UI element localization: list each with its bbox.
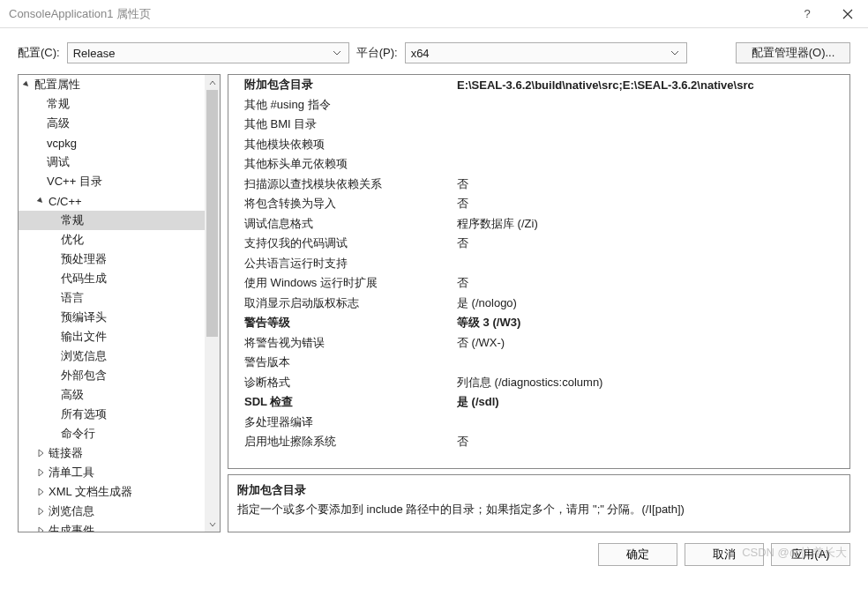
tree-item[interactable]: 调试 [19, 153, 205, 172]
property-row[interactable]: 多处理器编译 [228, 413, 849, 433]
tree-item[interactable]: 命令行 [19, 424, 205, 443]
property-value: 等级 3 (/W3) [453, 315, 849, 331]
tree-item[interactable]: XML 文档生成器 [19, 482, 205, 502]
property-row[interactable]: 调试信息格式程序数据库 (/Zi) [228, 214, 849, 234]
chevron-down-icon [331, 50, 343, 56]
tree-label: 链接器 [49, 445, 83, 461]
tree-item[interactable]: 清单工具 [19, 463, 205, 482]
tree-item[interactable]: 输出文件 [19, 327, 205, 346]
config-select[interactable]: Release [67, 42, 349, 63]
property-row[interactable]: 启用地址擦除系统否 [228, 432, 849, 452]
tree-label: 浏览信息 [49, 503, 94, 519]
property-row[interactable]: 公共语言运行时支持 [228, 254, 849, 274]
property-name: 警告等级 [228, 315, 453, 331]
help-button[interactable]: ? [787, 0, 827, 28]
property-row[interactable]: 其他模块依赖项 [228, 135, 849, 155]
window-title: ConsoleApplication1 属性页 [9, 6, 787, 22]
config-value: Release [73, 47, 331, 60]
property-name: 使用 Windows 运行时扩展 [228, 275, 453, 291]
property-value: E:\SEAL-3.6.2\build\native\src;E:\SEAL-3… [453, 78, 849, 92]
property-name: 调试信息格式 [228, 216, 453, 232]
property-name: 支持仅我的代码调试 [228, 235, 453, 251]
property-row[interactable]: 其他 BMI 目录 [228, 115, 849, 135]
tree-label: 高级 [47, 115, 70, 131]
tree-item[interactable]: 优化 [19, 230, 205, 249]
tree-label: 优化 [61, 232, 84, 248]
scroll-up-icon[interactable] [205, 75, 220, 90]
tree-label: 浏览信息 [61, 348, 107, 364]
property-name: 警告版本 [228, 354, 453, 370]
property-value: 否 [453, 434, 849, 450]
tree-label: VC++ 目录 [47, 174, 102, 190]
property-row[interactable]: 警告等级等级 3 (/W3) [228, 313, 849, 333]
close-icon [842, 9, 853, 19]
property-value: 是 (/sdl) [453, 394, 849, 410]
property-row[interactable]: 诊断格式列信息 (/diagnostics:column) [228, 373, 849, 393]
tree-item[interactable]: 代码生成 [19, 269, 205, 288]
property-description: 附加包含目录 指定一个或多个要添加到 include 路径中的目录；如果指定多个… [228, 474, 850, 532]
property-row[interactable]: 其他 #using 指令 [228, 95, 849, 115]
apply-button[interactable]: 应用(A) [771, 543, 850, 566]
property-row[interactable]: 附加包含目录E:\SEAL-3.6.2\build\native\src;E:\… [228, 75, 849, 95]
tree-item[interactable]: 语言 [19, 288, 205, 308]
tree-item[interactable]: 所有选项 [19, 405, 205, 424]
expander-icon [34, 486, 47, 498]
tree-item[interactable]: 高级 [19, 385, 205, 405]
tree-item[interactable]: 链接器 [19, 443, 205, 463]
property-row[interactable]: SDL 检查是 (/sdl) [228, 392, 849, 413]
property-row[interactable]: 其他标头单元依赖项 [228, 154, 849, 175]
expander-icon [34, 505, 47, 517]
tree-item[interactable]: 生成事件 [19, 521, 205, 532]
ok-button[interactable]: 确定 [598, 543, 677, 566]
property-row[interactable]: 使用 Windows 运行时扩展否 [228, 273, 849, 294]
tree-label: 命令行 [61, 426, 95, 442]
tree-item[interactable]: C/C++ [19, 191, 205, 211]
property-grid: 附加包含目录E:\SEAL-3.6.2\build\native\src;E:\… [228, 74, 850, 469]
property-name: 其他模块依赖项 [228, 137, 453, 153]
property-value: 程序数据库 (/Zi) [453, 216, 849, 232]
property-row[interactable]: 取消显示启动版权标志是 (/nologo) [228, 294, 849, 314]
property-name: 扫描源以查找模块依赖关系 [228, 176, 453, 192]
property-row[interactable]: 警告版本 [228, 353, 849, 373]
expander-icon [34, 466, 47, 479]
tree-label: 生成事件 [49, 523, 94, 532]
tree-item[interactable]: 浏览信息 [19, 346, 205, 366]
tree-item[interactable]: 配置属性 [19, 75, 205, 94]
tree-label: 常规 [47, 96, 70, 112]
close-button[interactable] [827, 0, 868, 28]
tree-scrollbar[interactable] [205, 75, 220, 532]
tree-label: 所有选项 [61, 406, 107, 422]
property-name: 其他 #using 指令 [228, 97, 453, 113]
tree-item[interactable]: 预处理器 [19, 249, 205, 269]
tree-label: 常规 [61, 212, 84, 228]
property-row[interactable]: 支持仅我的代码调试否 [228, 234, 849, 254]
property-name: SDL 检查 [228, 394, 453, 410]
tree-label: XML 文档生成器 [49, 484, 132, 500]
property-value: 否 [453, 176, 849, 192]
tree-label: 配置属性 [34, 77, 80, 93]
property-name: 将警告视为错误 [228, 335, 453, 351]
property-row[interactable]: 将警告视为错误否 (/WX-) [228, 333, 849, 354]
tree-item[interactable]: 常规 [19, 94, 205, 114]
cancel-button[interactable]: 取消 [685, 543, 764, 566]
property-name: 诊断格式 [228, 375, 453, 391]
scroll-down-icon[interactable] [205, 517, 220, 532]
property-row[interactable]: 扫描源以查找模块依赖关系否 [228, 175, 849, 195]
tree-item[interactable]: 高级 [19, 114, 205, 133]
chevron-down-icon [669, 50, 681, 56]
platform-select[interactable]: x64 [405, 42, 687, 63]
config-manager-button[interactable]: 配置管理器(O)... [736, 42, 850, 63]
expander-icon [34, 195, 47, 207]
tree-item[interactable]: 外部包含 [19, 366, 205, 385]
tree-item[interactable]: 常规 [19, 211, 205, 230]
tree-item[interactable]: VC++ 目录 [19, 172, 205, 191]
tree-item[interactable]: 浏览信息 [19, 502, 205, 521]
property-row[interactable]: 将包含转换为导入否 [228, 194, 849, 214]
expander-icon [20, 78, 33, 91]
tree-item[interactable]: 预编译头 [19, 308, 205, 327]
scrollbar-thumb[interactable] [206, 90, 218, 337]
property-value: 否 [453, 275, 849, 291]
tree-label: 预处理器 [61, 251, 107, 267]
property-tree: 配置属性常规高级vcpkg调试VC++ 目录C/C++常规优化预处理器代码生成语… [18, 74, 221, 532]
tree-item[interactable]: vcpkg [19, 133, 205, 153]
